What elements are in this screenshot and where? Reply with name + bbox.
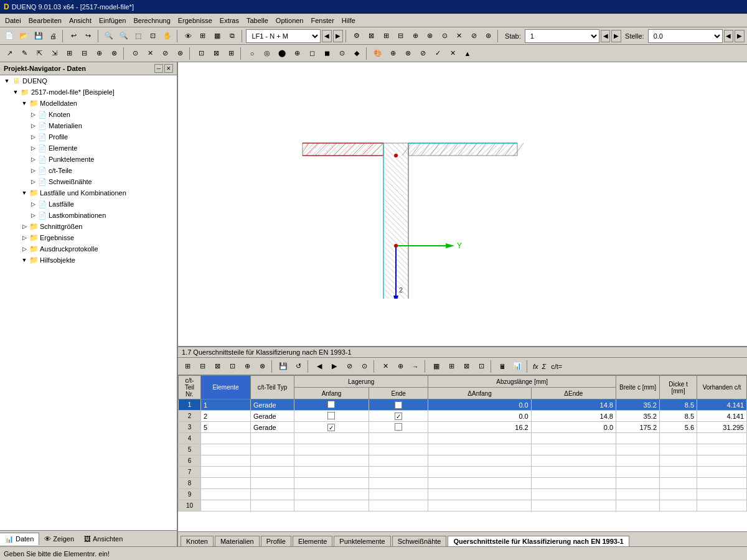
tree-hilfsobjekte[interactable]: ▼ 📁 Hilfsobjekte — [0, 254, 177, 266]
lag-anfang-cell[interactable] — [294, 444, 369, 455]
bt-copy[interactable]: ⊕ — [393, 360, 407, 373]
print-button[interactable]: 🖨 — [46, 29, 59, 43]
lag-anfang-cell[interactable] — [294, 467, 369, 478]
tb2-20[interactable]: ◻ — [305, 47, 319, 60]
bt-1[interactable]: ⊞ — [181, 360, 194, 373]
table-row[interactable]: 10 — [179, 500, 747, 511]
zoom-window-button[interactable]: ⬚ — [131, 29, 144, 43]
view2-button[interactable]: ⊞ — [196, 29, 209, 43]
stab-dropdown[interactable]: 1 — [525, 29, 599, 43]
lag-anfang-cell[interactable] — [294, 433, 369, 444]
tree-schweissnaehte[interactable]: ▷ 📄 Schweißnähte — [0, 176, 177, 187]
open-button[interactable]: 📂 — [17, 29, 30, 43]
tree-expand-root[interactable]: ▼ — [2, 77, 11, 85]
tb-icon-4[interactable]: ⊟ — [394, 29, 407, 43]
tb2-18[interactable]: ⬤ — [275, 47, 289, 60]
table-row[interactable]: 4 — [179, 433, 747, 444]
bt-6[interactable]: ⊗ — [255, 360, 269, 373]
tb2-9[interactable]: ⊙ — [128, 47, 142, 60]
bt-2[interactable]: ⊟ — [195, 360, 209, 373]
table-row[interactable]: 5 — [179, 444, 747, 455]
tb2-7[interactable]: ⊕ — [92, 47, 106, 60]
prev-stelle-button[interactable]: ◀ — [724, 30, 734, 42]
expand-schnitt[interactable]: ▷ — [20, 222, 29, 231]
table-row[interactable]: 1 1 Gerade 0.0 14.8 35.2 8.5 4.141 — [179, 399, 747, 411]
tb2-28[interactable]: ✓ — [431, 47, 444, 60]
expand-lastkomb[interactable]: ▷ — [29, 211, 37, 220]
tree-expand-project[interactable]: ▼ — [11, 88, 20, 96]
expand-materialien[interactable]: ▷ — [29, 121, 37, 130]
tb2-11[interactable]: ⊘ — [158, 47, 172, 60]
lag-anfang-cell[interactable] — [294, 455, 369, 467]
tree-knoten[interactable]: ▷ 📄 Knoten — [0, 109, 177, 120]
expand-ct[interactable]: ▷ — [29, 166, 37, 175]
checkbox-anfang[interactable] — [327, 424, 335, 431]
lag-anfang-cell[interactable] — [294, 500, 369, 511]
tree-modelldaten[interactable]: ▼ 📁 Modelldaten — [0, 98, 177, 109]
zoom-all-button[interactable]: ⊡ — [146, 29, 159, 43]
tb-icon-9[interactable]: ⊘ — [467, 29, 480, 43]
bt-end[interactable]: ⊙ — [357, 360, 371, 373]
bt-back[interactable]: ◀ — [312, 360, 326, 373]
lag-ende-cell[interactable] — [369, 467, 428, 478]
zoom-in-button[interactable]: 🔍 — [103, 29, 116, 43]
tb2-8[interactable]: ⊗ — [107, 47, 121, 60]
menu-fenster[interactable]: Fenster — [308, 16, 338, 26]
lag-ende-cell[interactable] — [369, 500, 428, 511]
lag-ende-cell[interactable] — [369, 422, 428, 433]
tab-knoten[interactable]: Knoten — [181, 536, 214, 546]
view-button[interactable]: 👁 — [182, 29, 195, 43]
bt-arrow[interactable]: → — [408, 360, 422, 373]
lag-ende-cell[interactable] — [369, 399, 428, 411]
lag-anfang-cell[interactable] — [294, 422, 369, 433]
menu-ansicht[interactable]: Ansicht — [65, 16, 95, 26]
lag-ende-cell[interactable] — [369, 478, 428, 489]
checkbox-anfang[interactable] — [327, 401, 335, 408]
expand-hilfs[interactable]: ▼ — [20, 256, 29, 264]
lf-dropdown[interactable]: LF1 - N + M — [246, 29, 321, 43]
table-row[interactable]: 3 5 Gerade 16.2 0.0 175.2 5.6 31.295 — [179, 422, 747, 433]
lag-ende-cell[interactable] — [369, 444, 428, 455]
undo-button[interactable]: ↩ — [67, 29, 80, 43]
pan-button[interactable]: ✋ — [161, 29, 174, 43]
bt-refresh[interactable]: ↺ — [291, 360, 305, 373]
lag-ende-cell[interactable] — [369, 411, 428, 422]
lag-anfang-cell[interactable] — [294, 489, 369, 500]
tb2-12[interactable]: ⊛ — [173, 47, 187, 60]
sidebar-tab-daten[interactable]: 📊 Daten — [0, 533, 39, 545]
tb2-13[interactable]: ⊡ — [194, 47, 208, 60]
lag-ende-cell[interactable] — [369, 455, 428, 467]
tree-lastkombinationen[interactable]: ▷ 📄 Lastkombinationen — [0, 210, 177, 221]
expand-profile[interactable]: ▷ — [29, 133, 37, 141]
menu-extras[interactable]: Extras — [216, 16, 243, 26]
expand-elemente[interactable]: ▷ — [29, 144, 37, 152]
tb-icon-8[interactable]: ✕ — [453, 29, 466, 43]
next-stelle-button[interactable]: ▶ — [735, 30, 745, 42]
tb2-4[interactable]: ⇲ — [47, 47, 61, 60]
tb2-17[interactable]: ◎ — [260, 47, 274, 60]
bt-tbl2[interactable]: ⊞ — [444, 360, 458, 373]
stelle-dropdown[interactable]: 0.0 — [648, 29, 723, 43]
table-row[interactable]: 2 2 Gerade 0.0 14.8 35.2 8.5 4.141 — [179, 411, 747, 422]
tb-icon-3[interactable]: ⊞ — [380, 29, 393, 43]
sidebar-pin-button[interactable]: ─ — [154, 64, 163, 73]
tab-punktelemente[interactable]: Punktelemente — [334, 536, 390, 546]
view3-button[interactable]: ▦ — [211, 29, 224, 43]
new-button[interactable]: 📄 — [2, 29, 16, 43]
table-row[interactable]: 7 — [179, 467, 747, 478]
checkbox-ende[interactable] — [395, 401, 402, 409]
tree-ausdruckprotokolle[interactable]: ▷ 📁 Ausdruckprotokolle — [0, 243, 177, 254]
tb2-10[interactable]: ✕ — [143, 47, 157, 60]
tb2-14[interactable]: ⊠ — [209, 47, 223, 60]
tab-schweissnaehte[interactable]: Schweißnähte — [392, 536, 447, 546]
viewport[interactable]: Y 2 2 Y Z — [178, 62, 747, 347]
expand-lastfaelle[interactable]: ▷ — [29, 200, 37, 208]
menu-berechnung[interactable]: Berechnung — [129, 16, 174, 26]
tree-punktelemente[interactable]: ▷ 📄 Punktelemente — [0, 154, 177, 165]
table-container[interactable]: c/t-Teil Nr. Elemente c/t-Teil Typ Lager… — [178, 375, 747, 531]
tb-icon-7[interactable]: ⊙ — [438, 29, 451, 43]
save-button[interactable]: 💾 — [32, 29, 45, 43]
tb-icon-1[interactable]: ⚙ — [350, 29, 364, 43]
tb2-27[interactable]: ⊘ — [416, 47, 430, 60]
bt-skip[interactable]: ⊘ — [342, 360, 356, 373]
